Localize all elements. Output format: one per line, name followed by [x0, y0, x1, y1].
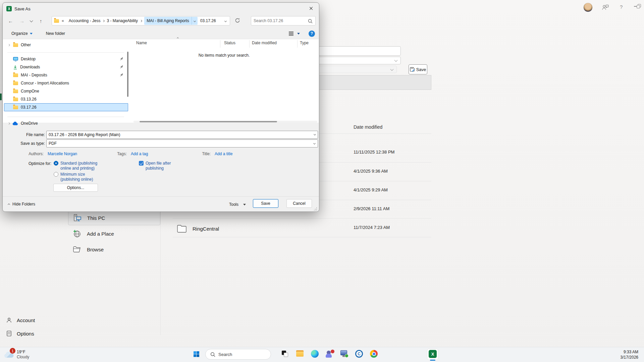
nav-item-mai-deposits[interactable]: MAI - Deposits [4, 71, 128, 79]
radio-standard-label[interactable]: Standard (publishing online and printing… [60, 161, 103, 171]
folder-outline-icon [177, 224, 187, 233]
weather-widget[interactable]: 1 19°F Cloudy [4, 348, 48, 361]
nav-item-onedrive[interactable]: OneDrive [4, 119, 128, 127]
tags-add-link[interactable]: Add a tag [131, 152, 148, 156]
save-as-type-dropdown-icon[interactable] [313, 142, 316, 144]
taskbar-app-chrome[interactable] [370, 350, 378, 358]
breadcrumb-segment[interactable]: 3 - ManageAbility [107, 18, 138, 23]
taskbar-app-concur[interactable]: C [355, 350, 363, 358]
place-add-a-place[interactable]: Add a Place [68, 226, 160, 241]
view-dropdown-icon[interactable] [297, 33, 300, 35]
date-modified-header[interactable]: Date modified [354, 124, 382, 130]
dialog-toolbar: Organize New folder ? [3, 28, 319, 39]
nav-item-downloads[interactable]: Downloads [4, 63, 128, 71]
taskbar-app-excel[interactable]: X [429, 350, 437, 358]
breadcrumb-segment[interactable]: 03.17.26 [200, 18, 216, 23]
taskbar-search-label: Search [218, 352, 232, 357]
taskbar-app-task-view[interactable] [281, 350, 289, 358]
forward-button[interactable]: → [19, 18, 24, 24]
restore-button2[interactable] [637, 4, 641, 9]
view-details-icon[interactable] [288, 31, 294, 36]
start-button[interactable] [194, 351, 199, 357]
nav-scrollbar[interactable] [127, 52, 128, 97]
user-avatar[interactable] [583, 3, 593, 12]
taskbar-search[interactable]: Search [205, 349, 271, 360]
radio-standard[interactable] [54, 161, 58, 166]
title-add-link[interactable]: Add a title [215, 152, 232, 156]
nav-item-03-13-26[interactable]: 03.13.26 [4, 95, 128, 103]
excel-file-icon: X [6, 6, 12, 11]
footer-divider [3, 196, 319, 197]
taskbar-app-file-explorer[interactable] [296, 350, 304, 358]
expand-chevron-icon[interactable] [8, 44, 10, 46]
file-date: 4/1/2025 9:36 AM [354, 169, 388, 174]
address-bar[interactable]: « Accounting - Jess 3 - ManageAbility MA… [52, 16, 230, 25]
column-header-date-modified[interactable]: Date modified [252, 41, 277, 45]
backstage-save-button[interactable]: Save [409, 64, 427, 74]
file-name-input[interactable] [46, 131, 318, 139]
backstage-filetype-dropdown[interactable] [318, 57, 401, 64]
backstage-filename-input[interactable] [318, 46, 401, 56]
backstage-account[interactable]: Account [6, 317, 35, 323]
breadcrumb-collapsed[interactable]: « [62, 18, 64, 23]
dialog-titlebar[interactable]: X Save As [3, 3, 319, 15]
breadcrumb-separator-icon [140, 19, 142, 22]
folder-row-ringcentral[interactable]: RingCentral [177, 221, 432, 236]
breadcrumb-dropdown-icon[interactable] [194, 19, 196, 22]
cancel-button[interactable]: Cancel [286, 199, 312, 208]
empty-list-message: No items match your search. [164, 53, 284, 58]
help-button[interactable]: ? [620, 4, 623, 10]
backstage-save-label: Save [416, 67, 426, 72]
optimize-for-label: Optimize for: [21, 161, 51, 166]
nav-item-desktop[interactable]: Desktop [4, 55, 128, 63]
nav-item-other[interactable]: Other [4, 41, 128, 49]
recent-locations-chevron[interactable] [30, 19, 33, 22]
hide-folders-button[interactable]: Hide Folders [8, 202, 35, 206]
search-input[interactable] [254, 17, 307, 25]
authors-value[interactable]: Marcelle Norgan [48, 152, 77, 156]
checkbox-open-after-publishing[interactable] [139, 161, 144, 166]
dialog-help-button[interactable]: ? [309, 31, 315, 37]
save-button[interactable]: Save [253, 199, 278, 208]
weather-temp: 19°F [17, 350, 29, 355]
file-date: 4/1/2025 9:29 AM [354, 187, 388, 192]
options-button[interactable]: Options... [53, 184, 98, 192]
up-button[interactable]: ↑ [40, 18, 42, 24]
back-button[interactable]: ← [8, 18, 13, 24]
list-horizontal-scrollbar[interactable] [133, 121, 317, 123]
feedback-icon[interactable] [602, 5, 609, 10]
organize-button[interactable]: Organize [11, 31, 33, 36]
backstage-options[interactable]: Options [6, 330, 34, 337]
radio-minimum-label[interactable]: Minimum size (publishing online) [60, 172, 99, 182]
column-header-name[interactable]: Name [136, 41, 147, 45]
taskbar-clock[interactable]: 9:33 AM 3/17/2026 [600, 349, 638, 360]
taskbar-app-teams[interactable] [326, 350, 334, 358]
save-as-type-value: PDF [49, 141, 57, 146]
tags-label: Tags: [109, 152, 127, 156]
nav-item-compone[interactable]: CompOne [4, 87, 128, 95]
refresh-button[interactable] [235, 18, 240, 23]
desktop-icon [13, 57, 18, 61]
nav-item-03-17-26-selected[interactable]: 03.17.26 [4, 103, 128, 111]
save-disk-icon [410, 67, 415, 72]
radio-minimum-size[interactable] [54, 172, 58, 177]
breadcrumb-segment-highlighted[interactable]: MAI - Bill Aging Reports [144, 17, 198, 25]
nav-item-concur-import-allocations[interactable]: Concur - Import Allocations [4, 79, 128, 87]
search-box[interactable] [251, 16, 316, 25]
file-name-combo[interactable] [46, 131, 318, 139]
new-folder-button[interactable]: New folder [46, 31, 65, 36]
column-header-status[interactable]: Status [224, 41, 235, 45]
breadcrumb-segment[interactable]: Accounting - Jess [69, 18, 101, 23]
save-as-type-combo[interactable]: PDF [46, 139, 318, 147]
tools-button[interactable]: Tools [229, 202, 246, 207]
resize-grip[interactable] [314, 207, 317, 210]
place-browse[interactable]: Browse [68, 242, 160, 257]
dialog-close-button[interactable] [306, 4, 316, 13]
place-this-pc[interactable]: This PC [68, 210, 160, 225]
expand-chevron-icon[interactable] [8, 122, 10, 124]
address-dropdown-icon[interactable] [224, 19, 227, 22]
column-header-type[interactable]: Type [300, 41, 309, 45]
taskbar-app-remote-desktop[interactable] [340, 350, 348, 358]
checkbox-label[interactable]: Open file after publishing [146, 161, 176, 171]
taskbar-app-edge[interactable] [311, 350, 319, 358]
